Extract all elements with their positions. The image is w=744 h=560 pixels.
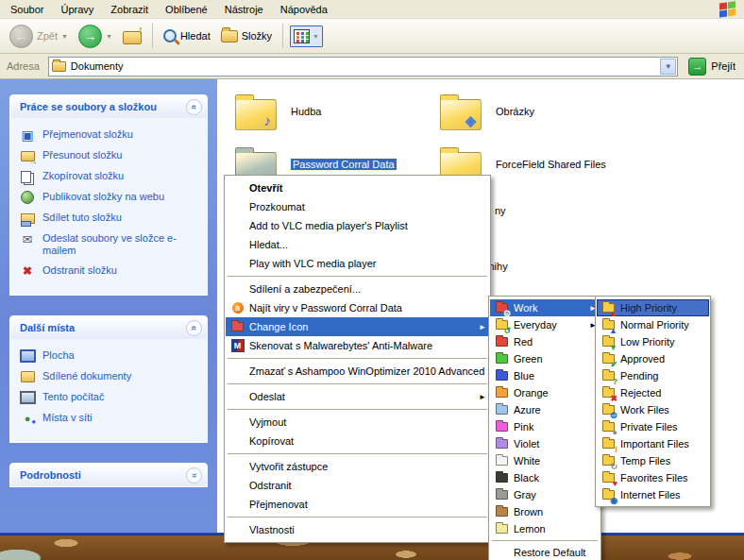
- menu-item-label: Vlastnosti: [246, 524, 477, 535]
- menu-item[interactable]: Red: [490, 333, 600, 350]
- menu-item-label: Otevřít: [246, 182, 477, 194]
- sidebar-task[interactable]: Publikovat složky na webu: [19, 191, 203, 204]
- menu-item-icon: [228, 200, 246, 214]
- collapse-chevron-icon[interactable]: [186, 99, 202, 115]
- address-dropdown-icon[interactable]: ▼: [660, 59, 676, 75]
- menu-item[interactable]: [228, 517, 487, 518]
- menu-item[interactable]: Add to VLC media player's Playlist: [226, 216, 489, 235]
- panel-header[interactable]: Práce se soubory a složkou: [10, 95, 207, 118]
- menu-item[interactable]: ▲ Normal Priority: [597, 316, 709, 333]
- menu-item[interactable]: [228, 276, 487, 277]
- menu-item[interactable]: [228, 358, 487, 359]
- menu-item[interactable]: [228, 383, 487, 384]
- menu-item[interactable]: Přejmenovat: [226, 495, 489, 514]
- menu-item[interactable]: Odeslat ►: [226, 387, 489, 406]
- icon-overlay-glyph: ▲: [609, 327, 617, 335]
- back-button[interactable]: ← Zpět ▼: [6, 23, 72, 50]
- menu-item[interactable]: [228, 453, 487, 454]
- forward-dropdown-icon[interactable]: ▼: [106, 33, 112, 40]
- menu-item[interactable]: Otevřít: [226, 178, 489, 197]
- menu-item[interactable]: ! Important Files: [597, 435, 709, 452]
- go-button[interactable]: → Přejít: [683, 58, 741, 76]
- menu-soubor[interactable]: Soubor: [2, 1, 52, 18]
- menu-item[interactable]: ? Pending: [597, 367, 709, 384]
- menu-item[interactable]: White: [490, 452, 600, 469]
- menu-item[interactable]: Brown: [490, 503, 600, 520]
- menu-item[interactable]: Orange: [490, 384, 600, 401]
- menu-item[interactable]: Vlastnosti: [226, 520, 489, 539]
- search-button[interactable]: Hledat: [160, 27, 214, 44]
- panel-header[interactable]: Podrobnosti: [10, 464, 207, 486]
- place-label: Místa v síti: [42, 412, 93, 424]
- menu-zobrazit[interactable]: Zobrazit: [102, 1, 157, 18]
- task-icon: [19, 232, 36, 246]
- views-dropdown-icon[interactable]: ▼: [313, 33, 319, 40]
- menu-item[interactable]: Azure: [490, 401, 600, 418]
- menu-napoveda[interactable]: Nápověda: [272, 1, 336, 18]
- menu-item[interactable]: Prozkoumat: [226, 197, 489, 216]
- file-tile[interactable]: ♪ Hudba: [230, 87, 321, 136]
- forward-button[interactable]: → ▼: [75, 23, 116, 50]
- menu-item[interactable]: Green: [490, 350, 600, 367]
- sidebar-task[interactable]: Přesunout složku: [19, 149, 203, 162]
- menu-item[interactable]: ▼ Low Priority: [597, 333, 709, 350]
- panel-header[interactable]: Další místa: [10, 316, 207, 339]
- address-label: Adresa: [3, 60, 43, 72]
- menu-item[interactable]: Play with VLC media player: [226, 254, 489, 273]
- views-button[interactable]: ▼: [290, 25, 323, 47]
- menu-nastroje[interactable]: Nástroje: [216, 1, 272, 18]
- file-tile[interactable]: ◈ Obrázky: [435, 87, 534, 136]
- address-input[interactable]: Dokumenty ▼: [48, 57, 678, 76]
- menu-upravy[interactable]: Úpravy: [52, 1, 102, 18]
- sidebar-task[interactable]: Odstranit složku: [19, 264, 203, 278]
- file-label: Password Corral Data: [291, 159, 397, 170]
- menu-item[interactable]: Violet: [490, 435, 600, 452]
- menu-item[interactable]: Blue: [490, 367, 600, 384]
- menu-item[interactable]: Pink: [490, 418, 600, 435]
- explorer-window: Soubor Úpravy Zobrazit Oblíbené Nástroje…: [0, 0, 744, 560]
- menu-item[interactable]: Sdílení a zabezpečení...: [226, 280, 489, 298]
- menu-item[interactable]: [228, 409, 487, 410]
- menu-oblibene[interactable]: Oblíbené: [157, 1, 216, 18]
- menu-item[interactable]: Restore Default: [490, 544, 600, 560]
- sidebar-task[interactable]: Odeslat soubory ve složce e-mailem: [19, 232, 203, 257]
- sidebar-place[interactable]: Sdílené dokumenty: [19, 370, 203, 383]
- sidebar-task[interactable]: Zkopírovat složku: [19, 170, 203, 183]
- sidebar-place[interactable]: Místa v síti: [19, 412, 203, 425]
- menu-item[interactable]: ✔ Approved: [597, 350, 709, 367]
- menu-item-label: Přejmenovat: [246, 499, 477, 510]
- menu-item[interactable]: Kopírovat: [226, 432, 489, 450]
- menu-item[interactable]: ◉ Internet Files: [597, 486, 709, 503]
- folder-icon: [496, 524, 508, 534]
- sidebar-task[interactable]: Sdílet tuto složku: [19, 212, 203, 225]
- up-button[interactable]: [119, 25, 145, 46]
- sidebar-place[interactable]: Plocha: [19, 349, 203, 363]
- folders-button[interactable]: Složky: [217, 28, 276, 44]
- menu-item[interactable]: ✖ Rejected: [597, 384, 709, 401]
- menu-item[interactable]: Skenovat s Malwarebytes' Anti-Malware: [226, 336, 489, 355]
- sidebar-place[interactable]: Tento počítač: [19, 391, 203, 404]
- back-dropdown-icon[interactable]: ▼: [61, 33, 68, 40]
- menu-item[interactable]: Black: [490, 469, 600, 486]
- menu-item[interactable]: ♥ Favorites Files: [597, 469, 709, 486]
- menu-item[interactable]: Hledat...: [226, 235, 489, 254]
- menu-item[interactable]: [492, 540, 598, 541]
- expand-chevron-icon[interactable]: [186, 467, 202, 484]
- menu-item[interactable]: Odstranit: [226, 476, 489, 495]
- menu-item[interactable]: Najít viry v Password Corral Data: [226, 298, 489, 317]
- menu-item[interactable]: ↺ Everyday ►: [490, 316, 600, 333]
- menu-item[interactable]: Change Icon ►: [226, 317, 489, 336]
- sidebar-task[interactable]: Přejmenovat složku: [19, 128, 203, 142]
- menu-item[interactable]: ⚙ Work Files: [597, 401, 709, 418]
- menu-item[interactable]: Vyjmout: [226, 413, 489, 432]
- menu-item[interactable]: Gray: [490, 486, 600, 503]
- menu-item[interactable]: ● Private Files: [597, 418, 709, 435]
- collapse-chevron-icon[interactable]: [186, 320, 202, 336]
- menu-item-label: Approved: [617, 353, 697, 365]
- menu-item[interactable]: ▲ High Priority: [597, 299, 709, 316]
- menu-item[interactable]: ⚙ Work ►: [490, 299, 600, 316]
- menu-item[interactable]: Vytvořit zástupce: [226, 457, 489, 476]
- menu-item[interactable]: Lemon: [490, 520, 600, 537]
- menu-item[interactable]: ↻ Temp Files: [597, 452, 709, 469]
- menu-item[interactable]: Zmazať s Ashampoo WinOptimizer 2010 Adva…: [226, 362, 489, 381]
